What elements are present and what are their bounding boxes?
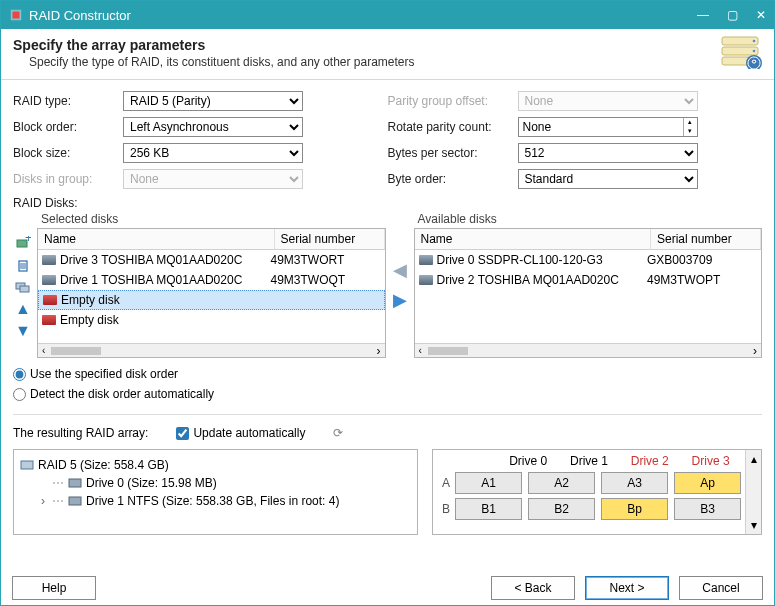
block-size-label: Block size: bbox=[13, 146, 123, 160]
disk-serial: GXB003709 bbox=[647, 253, 757, 267]
next-button[interactable]: Next > bbox=[585, 576, 669, 600]
col-name[interactable]: Name bbox=[415, 229, 652, 249]
block-order-select[interactable]: Left Asynchronous bbox=[123, 117, 303, 137]
disk-icon bbox=[42, 255, 56, 265]
disk-icon bbox=[419, 255, 433, 265]
stripe-matrix: Drive 0Drive 1Drive 2Drive 3 AA1A2A3ApBB… bbox=[432, 449, 762, 535]
warn-icon bbox=[42, 315, 56, 325]
rotate-parity-stepper[interactable]: None▴▾ bbox=[518, 117, 698, 137]
disk-name: Empty disk bbox=[61, 293, 120, 307]
move-up-icon[interactable]: ▲ bbox=[13, 300, 33, 318]
table-row[interactable]: Empty disk bbox=[38, 310, 385, 330]
svg-point-5 bbox=[753, 40, 756, 43]
step-up-icon[interactable]: ▴ bbox=[683, 118, 697, 127]
table-row[interactable]: Empty disk bbox=[38, 290, 385, 310]
matrix-cell: A1 bbox=[455, 472, 522, 494]
move-right-icon[interactable]: ▶ bbox=[393, 289, 407, 311]
radio-auto-order[interactable] bbox=[13, 388, 26, 401]
matrix-cell: B3 bbox=[674, 498, 741, 520]
available-disks-panel: Name Serial number Drive 0 SSDPR-CL100-1… bbox=[414, 228, 763, 358]
maximize-button[interactable]: ▢ bbox=[727, 8, 738, 22]
refresh-icon[interactable]: ⟳ bbox=[333, 426, 343, 440]
cancel-button[interactable]: Cancel bbox=[679, 576, 763, 600]
selected-disks-title: Selected disks bbox=[37, 212, 386, 228]
svg-rect-2 bbox=[722, 37, 758, 45]
matrix-row: BB1B2BpB3 bbox=[437, 498, 741, 520]
rotate-parity-label: Rotate parity count: bbox=[388, 120, 518, 134]
col-serial[interactable]: Serial number bbox=[275, 229, 385, 249]
svg-text:+: + bbox=[25, 236, 31, 245]
tree-item: Drive 1 NTFS (Size: 558.38 GB, Files in … bbox=[86, 494, 339, 508]
window-title: RAID Constructor bbox=[29, 8, 131, 23]
radio-specified-order[interactable] bbox=[13, 368, 26, 381]
radio-auto-label: Detect the disk order automatically bbox=[30, 387, 214, 401]
radio-specified-label: Use the specified disk order bbox=[30, 367, 178, 381]
block-size-select[interactable]: 256 KB bbox=[123, 143, 303, 163]
back-button[interactable]: < Back bbox=[491, 576, 575, 600]
table-row[interactable]: Drive 1 TOSHIBA MQ01AAD020C49M3TWOQT bbox=[38, 270, 385, 290]
tree-item: Drive 0 (Size: 15.98 MB) bbox=[86, 476, 217, 490]
matrix-row-label: A bbox=[437, 476, 455, 490]
move-down-icon[interactable]: ▼ bbox=[13, 322, 33, 340]
remove-disk-icon[interactable] bbox=[13, 256, 33, 274]
disk-name: Empty disk bbox=[60, 313, 119, 327]
help-button[interactable]: Help bbox=[12, 576, 96, 600]
selected-disks-panel: Name Serial number Drive 3 TOSHIBA MQ01A… bbox=[37, 228, 386, 358]
svg-rect-18 bbox=[69, 497, 81, 505]
titlebar[interactable]: RAID Constructor — ▢ ✕ bbox=[1, 1, 774, 29]
byte-order-label: Byte order: bbox=[388, 172, 518, 186]
duplicate-disk-icon[interactable] bbox=[13, 278, 33, 296]
raid-disks-label: RAID Disks: bbox=[13, 196, 762, 210]
col-name[interactable]: Name bbox=[38, 229, 275, 249]
disk-icon bbox=[42, 275, 56, 285]
update-auto-checkbox[interactable] bbox=[176, 427, 189, 440]
table-row[interactable]: Drive 3 TOSHIBA MQ01AAD020C49M3TWORT bbox=[38, 250, 385, 270]
available-disks-title: Available disks bbox=[414, 212, 763, 228]
svg-rect-3 bbox=[722, 47, 758, 55]
byte-order-select[interactable]: Standard bbox=[518, 169, 698, 189]
matrix-cell: Ap bbox=[674, 472, 741, 494]
result-tree[interactable]: RAID 5 (Size: 558.4 GB) ⋯Drive 0 (Size: … bbox=[13, 449, 418, 535]
matrix-cell: A2 bbox=[528, 472, 595, 494]
svg-rect-15 bbox=[20, 286, 29, 292]
warn-icon bbox=[43, 295, 57, 305]
add-disk-icon[interactable]: + bbox=[13, 234, 33, 252]
table-row[interactable]: Drive 0 SSDPR-CL100-120-G3GXB003709 bbox=[415, 250, 762, 270]
matrix-row-label: B bbox=[437, 502, 455, 516]
drive-icon bbox=[68, 478, 82, 488]
matrix-cell: B1 bbox=[455, 498, 522, 520]
disk-name: Drive 0 SSDPR-CL100-120-G3 bbox=[437, 253, 603, 267]
app-icon bbox=[9, 8, 23, 22]
vscrollbar[interactable]: ▴▾ bbox=[745, 450, 761, 534]
bytes-sector-select[interactable]: 512 bbox=[518, 143, 698, 163]
resulting-array-label: The resulting RAID array: bbox=[13, 426, 148, 440]
move-left-icon[interactable]: ◀ bbox=[393, 259, 407, 281]
hscrollbar[interactable]: ‹› bbox=[38, 343, 385, 357]
disk-serial: 49M3TWORT bbox=[271, 253, 381, 267]
col-serial[interactable]: Serial number bbox=[651, 229, 761, 249]
minimize-button[interactable]: — bbox=[697, 8, 709, 22]
svg-rect-17 bbox=[69, 479, 81, 487]
svg-rect-16 bbox=[21, 461, 33, 469]
hscrollbar[interactable]: ‹› bbox=[415, 343, 762, 357]
raid-type-label: RAID type: bbox=[13, 94, 123, 108]
table-row[interactable]: Drive 2 TOSHIBA MQ01AAD020C49M3TWOPT bbox=[415, 270, 762, 290]
matrix-row: AA1A2A3Ap bbox=[437, 472, 741, 494]
disk-toolbar: + ▲ ▼ bbox=[13, 212, 37, 358]
raid-type-select[interactable]: RAID 5 (Parity) bbox=[123, 91, 303, 111]
disk-name: Drive 3 TOSHIBA MQ01AAD020C bbox=[60, 253, 242, 267]
expand-icon[interactable]: › bbox=[38, 494, 48, 508]
footer: Help < Back Next > Cancel bbox=[0, 576, 775, 600]
disks-in-group-select: None bbox=[123, 169, 303, 189]
disk-name: Drive 2 TOSHIBA MQ01AAD020C bbox=[437, 273, 619, 287]
step-down-icon[interactable]: ▾ bbox=[683, 127, 697, 136]
svg-point-6 bbox=[753, 50, 756, 53]
close-button[interactable]: ✕ bbox=[756, 8, 766, 22]
wizard-header: Specify the array parameters Specify the… bbox=[1, 29, 774, 80]
page-title: Specify the array parameters bbox=[13, 37, 762, 53]
matrix-cell: B2 bbox=[528, 498, 595, 520]
matrix-header: Drive 0 bbox=[498, 454, 559, 468]
matrix-cell: Bp bbox=[601, 498, 668, 520]
disk-name: Drive 1 TOSHIBA MQ01AAD020C bbox=[60, 273, 242, 287]
matrix-header: Drive 1 bbox=[559, 454, 620, 468]
